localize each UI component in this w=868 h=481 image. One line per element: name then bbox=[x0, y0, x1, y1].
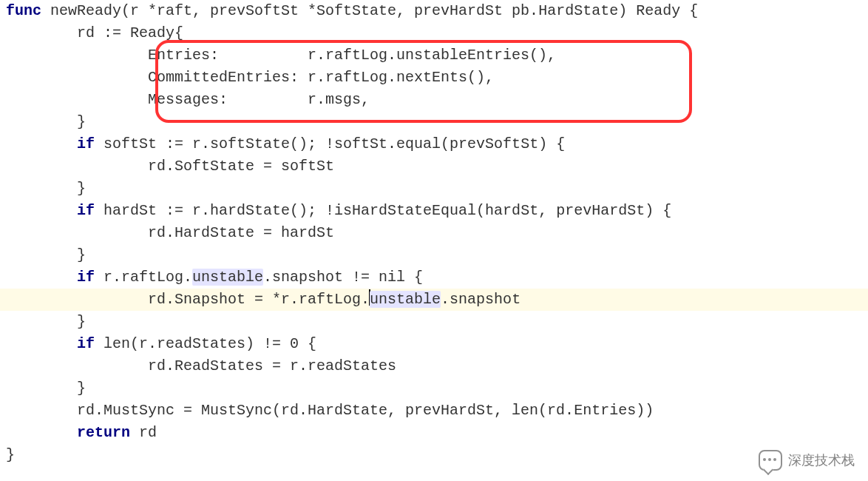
wechat-icon bbox=[759, 450, 782, 471]
watermark-text: 深度技术栈 bbox=[788, 451, 855, 469]
watermark: 深度技术栈 bbox=[759, 450, 855, 471]
code-block: func newReady(r *raft, prevSoftSt *SoftS… bbox=[0, 0, 868, 466]
